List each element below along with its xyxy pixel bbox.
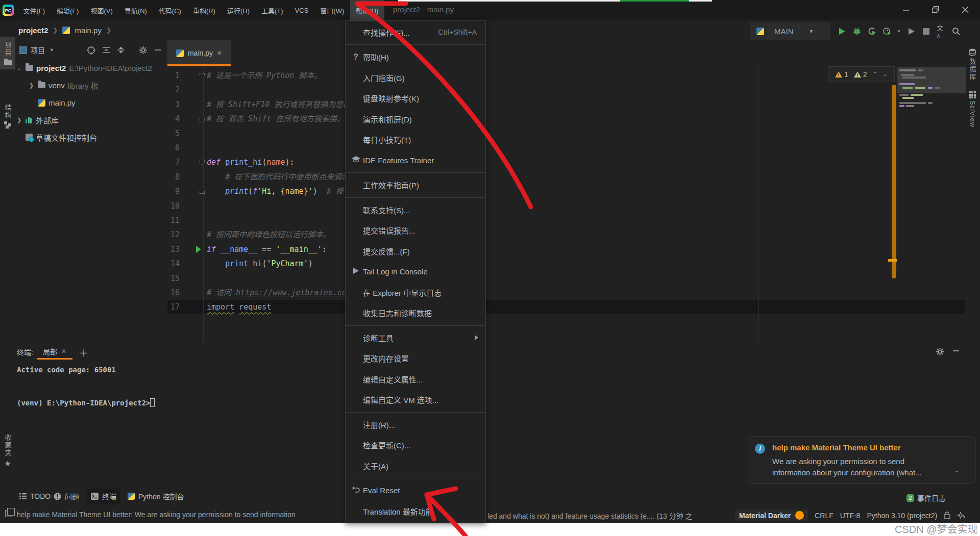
- tool-window-button-Python 控制台[interactable]: Python 控制台: [124, 489, 188, 504]
- tool-window-button-问题[interactable]: 问题: [50, 489, 83, 504]
- help-menu-item-Translation-最新功能[interactable]: Translation 最新功能: [346, 501, 485, 522]
- help-menu-item-诊断工具[interactable]: 诊断工具: [346, 327, 485, 348]
- stop-button[interactable]: [922, 27, 930, 36]
- profiler-button[interactable]: [882, 27, 891, 36]
- help-menu-item-IDE-Features-Trainer[interactable]: IDE Features Trainer: [346, 150, 485, 171]
- window-layout-icon[interactable]: [5, 510, 12, 517]
- hide-panel-icon[interactable]: [154, 46, 161, 54]
- help-menu-item-注册-R-[interactable]: 注册(R)...: [346, 414, 485, 435]
- menu-5[interactable]: 代码(C): [153, 0, 187, 20]
- help-menu-item-工作效率指南-P-[interactable]: 工作效率指南(P): [346, 175, 485, 196]
- run-button[interactable]: [838, 27, 846, 36]
- help-menu-item-键盘映射参考-K-[interactable]: 键盘映射参考(K): [346, 88, 485, 109]
- code-line-16[interactable]: 16# 访问 https://www.jetbrains.com/help/py…: [167, 286, 956, 300]
- menu-3[interactable]: 视图(V): [85, 0, 118, 20]
- project-view-mode[interactable]: 项目 ▼: [19, 45, 54, 55]
- code-line-13[interactable]: 13if __name__ == '__main__':: [167, 242, 956, 257]
- help-menu-item-查找操作-F-[interactable]: 查找操作(F)...Ctrl+Shift+A: [346, 22, 485, 43]
- terminal-output[interactable]: Active code page: 65001 (venv) E:\Python…: [17, 365, 155, 409]
- inspections-widget[interactable]: !1 !2 ⌃ ⌄: [828, 66, 895, 82]
- editor-scrollbar[interactable]: [892, 85, 896, 278]
- help-menu-item-编辑自定义-VM-选项-[interactable]: 编辑自定义 VM 选项...: [346, 390, 485, 411]
- menu-1[interactable]: 文件(F): [17, 0, 51, 20]
- interpreter-widget[interactable]: Python 3.10 (project2): [867, 512, 937, 520]
- help-menu-item-检查更新-C-[interactable]: 检查更新(C)...: [346, 435, 485, 456]
- minimize-panel-icon[interactable]: [952, 347, 960, 354]
- help-menu-item-联系支持-S-[interactable]: 联系支持(S)...: [346, 199, 485, 220]
- menu-11[interactable]: 帮助(H): [350, 0, 384, 20]
- help-menu-item-帮助-H-[interactable]: ?帮助(H): [346, 47, 485, 68]
- help-menu-item-在-Explorer-中显示日志[interactable]: 在 Explorer 中显示日志: [346, 282, 485, 303]
- code-line-2[interactable]: 2: [167, 83, 956, 97]
- tree-item-project2[interactable]: ⌄project2E:\Python-IDEA\project2: [17, 60, 152, 75]
- theme-widget[interactable]: Material Darker: [739, 512, 791, 520]
- editor-tab-main-py[interactable]: main.py ✕: [167, 40, 231, 66]
- terminal-tab-close-icon[interactable]: ✕: [61, 348, 66, 355]
- tool-window-button-database[interactable]: 数据库: [965, 37, 980, 85]
- code-line-9[interactable]: 9 print(f'Hi, {name}') # 按 Ctrl+F8 切换断点。: [167, 184, 956, 198]
- code-line-3[interactable]: 3# 按 Shift+F10 执行或将其替换为您的代码。: [167, 97, 956, 112]
- help-menu-item-Tail-Log-in-Console[interactable]: Tail Log in Console: [346, 262, 485, 283]
- tool-window-button-终端[interactable]: 终端: [87, 489, 120, 504]
- translate-button[interactable]: 文A: [937, 27, 945, 36]
- help-menu-item-每日小技巧-T-[interactable]: 每日小技巧(T): [346, 130, 485, 150]
- select-opened-file-icon[interactable]: [87, 46, 95, 55]
- lock-icon[interactable]: [944, 512, 950, 519]
- code-line-12[interactable]: 12# 按间距中的绿色按钮以运行脚本。: [167, 227, 956, 242]
- code-editor[interactable]: 1# 这是一个示例 Python 脚本。23# 按 Shift+F10 执行或将…: [167, 66, 965, 343]
- code-line-10[interactable]: 10: [167, 199, 956, 213]
- gear-question-icon[interactable]: ?: [957, 512, 965, 519]
- tool-window-button-TODO[interactable]: TODO: [15, 489, 55, 504]
- collapse-all-icon[interactable]: [102, 46, 110, 54]
- close-button[interactable]: [950, 0, 980, 19]
- tool-window-button-项目[interactable]: 项目: [0, 37, 15, 69]
- line-ending-widget[interactable]: CRLF: [815, 512, 834, 520]
- menu-4[interactable]: 导航(N): [118, 0, 153, 20]
- code-line-8[interactable]: 8 # 在下面的代码行中使用断点来调试脚本。: [167, 170, 956, 184]
- tree-item-草稿文件和控制台[interactable]: 草稿文件和控制台: [17, 130, 97, 145]
- run-with-coverage-button[interactable]: [867, 27, 876, 36]
- prev-problem-icon[interactable]: ⌃: [873, 71, 877, 78]
- search-everywhere-button[interactable]: [951, 27, 960, 36]
- help-menu-item-收集日志和诊断数据[interactable]: 收集日志和诊断数据: [346, 303, 485, 324]
- minimize-button[interactable]: [891, 0, 921, 19]
- accent-color-dot[interactable]: [795, 511, 804, 520]
- encoding-widget[interactable]: UTF-8: [840, 512, 861, 520]
- next-problem-icon[interactable]: ⌄: [883, 71, 888, 78]
- help-menu-item-入门指南-G-[interactable]: 入门指南(G): [346, 67, 485, 88]
- help-menu-item-演示和抓屏-D-[interactable]: 演示和抓屏(D): [346, 109, 485, 130]
- expand-all-icon[interactable]: [117, 46, 125, 54]
- breadcrumb-project[interactable]: project2: [18, 26, 48, 35]
- code-line-5[interactable]: 5: [167, 126, 956, 141]
- code-line-17[interactable]: 17import request: [167, 300, 956, 314]
- restore-button[interactable]: [921, 0, 950, 19]
- rerun-button[interactable]: [907, 27, 916, 36]
- code-line-4[interactable]: 4# 按 双击 Shift 在所有地方搜索类、文件、工具窗口、操作: [167, 112, 956, 126]
- terminal-tab-local[interactable]: 局部 ✕: [37, 343, 72, 360]
- help-menu-item-提交反馈-F-[interactable]: 提交反馈...(F): [346, 241, 485, 262]
- menu-2[interactable]: 编辑(E): [51, 0, 85, 20]
- code-line-7[interactable]: 7def print_hi(name):: [167, 155, 956, 169]
- menu-10[interactable]: 窗口(W): [314, 0, 350, 20]
- breadcrumb-file[interactable]: main.py: [75, 26, 102, 35]
- terminal-settings-gear-icon[interactable]: [936, 347, 944, 356]
- profiler-dropdown[interactable]: ▼: [897, 27, 901, 36]
- menu-6[interactable]: 重构(R): [187, 0, 221, 20]
- tool-window-button-favorites[interactable]: 收藏夹★: [0, 430, 15, 472]
- code-line-15[interactable]: 15: [167, 271, 956, 286]
- settings-gear-icon[interactable]: [139, 46, 148, 55]
- event-log-button[interactable]: 2 事件日志: [906, 493, 946, 503]
- code-line-14[interactable]: 14 print_hi('PyCharm'): [167, 257, 956, 271]
- expand-notification-icon[interactable]: ⌄: [954, 466, 960, 474]
- help-menu-item-提交错误报告-[interactable]: 提交错误报告...: [346, 220, 485, 241]
- tree-item-main.py[interactable]: main.py: [29, 95, 76, 110]
- help-menu-item-更改内存设置[interactable]: 更改内存设置: [346, 348, 485, 369]
- new-terminal-icon[interactable]: ＋: [79, 346, 88, 359]
- run-configuration-select[interactable]: MAIN ▼: [750, 22, 830, 40]
- help-menu-item-Eval-Reset[interactable]: Eval Reset: [346, 480, 485, 501]
- tree-item-外部库[interactable]: ❯外部库: [17, 112, 59, 127]
- debug-button[interactable]: [852, 27, 861, 36]
- menu-7[interactable]: 运行(U): [221, 0, 255, 20]
- menu-8[interactable]: 工具(T): [255, 0, 289, 20]
- code-line-11[interactable]: 11: [167, 213, 956, 227]
